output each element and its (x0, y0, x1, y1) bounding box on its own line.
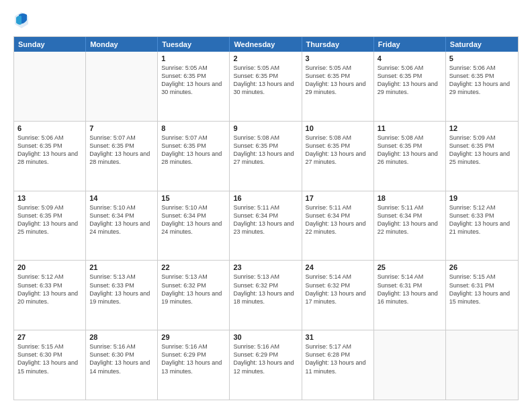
day-number: 11 (378, 124, 442, 132)
sunrise-text: Sunrise: 5:17 AM (306, 342, 370, 351)
logo (13, 11, 32, 30)
sunset-text: Sunset: 6:30 PM (89, 351, 154, 359)
day-number: 17 (306, 194, 370, 202)
day-number: 13 (17, 194, 82, 202)
calendar-cell: 28Sunrise: 5:16 AMSunset: 6:30 PMDayligh… (86, 330, 158, 400)
daylight-text: Daylight: 13 hours and 14 minutes. (89, 359, 154, 375)
sunset-text: Sunset: 6:35 PM (17, 212, 82, 220)
calendar-cell: 21Sunrise: 5:13 AMSunset: 6:33 PMDayligh… (86, 261, 158, 330)
day-number: 27 (17, 333, 82, 341)
sunset-text: Sunset: 6:28 PM (306, 351, 370, 359)
day-number: 9 (233, 124, 298, 132)
daylight-text: Daylight: 13 hours and 26 minutes. (378, 150, 442, 166)
daylight-text: Daylight: 13 hours and 29 minutes. (449, 80, 515, 96)
day-number: 23 (233, 263, 298, 271)
calendar-body: 1Sunrise: 5:05 AMSunset: 6:35 PMDaylight… (14, 52, 518, 400)
sunrise-text: Sunrise: 5:14 AM (378, 273, 442, 281)
day-number: 8 (161, 124, 226, 132)
calendar-cell: 27Sunrise: 5:15 AMSunset: 6:30 PMDayligh… (14, 330, 86, 400)
sunset-text: Sunset: 6:35 PM (233, 72, 298, 80)
calendar-cell: 26Sunrise: 5:15 AMSunset: 6:31 PMDayligh… (446, 261, 518, 330)
calendar-cell: 10Sunrise: 5:08 AMSunset: 6:35 PMDayligh… (302, 122, 374, 191)
sunrise-text: Sunrise: 5:07 AM (161, 134, 226, 142)
sunset-text: Sunset: 6:29 PM (233, 351, 298, 359)
day-number: 20 (17, 263, 82, 271)
day-number: 31 (306, 333, 370, 341)
daylight-text: Daylight: 13 hours and 29 minutes. (378, 80, 442, 96)
daylight-text: Daylight: 13 hours and 13 minutes. (161, 359, 226, 375)
sunset-text: Sunset: 6:34 PM (89, 212, 154, 220)
calendar-cell (446, 330, 518, 400)
day-number: 5 (449, 54, 515, 62)
daylight-text: Daylight: 13 hours and 15 minutes. (17, 359, 82, 375)
day-number: 7 (89, 124, 154, 132)
sunrise-text: Sunrise: 5:05 AM (233, 64, 298, 72)
daylight-text: Daylight: 13 hours and 24 minutes. (89, 220, 154, 236)
daylight-text: Daylight: 13 hours and 20 minutes. (17, 289, 82, 306)
daylight-text: Daylight: 13 hours and 24 minutes. (161, 220, 226, 236)
daylight-text: Daylight: 13 hours and 29 minutes. (306, 80, 370, 96)
sunrise-text: Sunrise: 5:16 AM (89, 342, 154, 351)
day-number: 28 (89, 333, 154, 341)
daylight-text: Daylight: 13 hours and 11 minutes. (306, 359, 370, 375)
logo-icon (13, 11, 30, 30)
sunset-text: Sunset: 6:32 PM (233, 281, 298, 289)
daylight-text: Daylight: 13 hours and 30 minutes. (161, 80, 226, 96)
calendar-cell: 7Sunrise: 5:07 AMSunset: 6:35 PMDaylight… (86, 122, 158, 191)
day-number: 21 (89, 263, 154, 271)
sunrise-text: Sunrise: 5:11 AM (378, 203, 442, 212)
day-number: 26 (449, 263, 515, 271)
daylight-text: Daylight: 13 hours and 17 minutes. (306, 289, 370, 306)
calendar-cell: 2Sunrise: 5:05 AMSunset: 6:35 PMDaylight… (230, 52, 302, 121)
calendar-row: 6Sunrise: 5:06 AMSunset: 6:35 PMDaylight… (14, 122, 518, 191)
sunset-text: Sunset: 6:32 PM (161, 281, 226, 289)
sunrise-text: Sunrise: 5:13 AM (233, 273, 298, 281)
calendar-header-cell: Tuesday (158, 37, 230, 52)
sunrise-text: Sunrise: 5:05 AM (161, 64, 226, 72)
calendar-cell: 24Sunrise: 5:14 AMSunset: 6:32 PMDayligh… (302, 261, 374, 330)
sunset-text: Sunset: 6:35 PM (233, 142, 298, 150)
day-number: 10 (306, 124, 370, 132)
calendar-cell: 20Sunrise: 5:12 AMSunset: 6:33 PMDayligh… (14, 261, 86, 330)
sunrise-text: Sunrise: 5:15 AM (17, 342, 82, 351)
daylight-text: Daylight: 13 hours and 30 minutes. (233, 80, 298, 96)
sunset-text: Sunset: 6:34 PM (378, 212, 442, 220)
calendar-header-cell: Saturday (446, 37, 518, 52)
daylight-text: Daylight: 13 hours and 23 minutes. (233, 220, 298, 236)
day-number: 14 (89, 194, 154, 202)
sunset-text: Sunset: 6:35 PM (89, 142, 154, 150)
calendar-cell: 18Sunrise: 5:11 AMSunset: 6:34 PMDayligh… (374, 191, 446, 261)
sunset-text: Sunset: 6:35 PM (161, 142, 226, 150)
daylight-text: Daylight: 13 hours and 28 minutes. (89, 150, 154, 166)
calendar-cell (86, 52, 158, 121)
sunset-text: Sunset: 6:33 PM (17, 281, 82, 289)
sunrise-text: Sunrise: 5:06 AM (449, 64, 515, 72)
calendar-cell: 30Sunrise: 5:16 AMSunset: 6:29 PMDayligh… (230, 330, 302, 400)
calendar-cell: 6Sunrise: 5:06 AMSunset: 6:35 PMDaylight… (14, 122, 86, 191)
calendar-cell (374, 330, 446, 400)
sunset-text: Sunset: 6:31 PM (449, 281, 515, 289)
sunrise-text: Sunrise: 5:15 AM (449, 273, 515, 281)
calendar-cell: 12Sunrise: 5:09 AMSunset: 6:35 PMDayligh… (446, 122, 518, 191)
daylight-text: Daylight: 13 hours and 22 minutes. (306, 220, 370, 236)
sunset-text: Sunset: 6:29 PM (161, 351, 226, 359)
sunset-text: Sunset: 6:34 PM (306, 212, 370, 220)
daylight-text: Daylight: 13 hours and 15 minutes. (449, 289, 515, 306)
sunrise-text: Sunrise: 5:05 AM (306, 64, 370, 72)
day-number: 22 (161, 263, 226, 271)
calendar-header-cell: Thursday (302, 37, 374, 52)
sunrise-text: Sunrise: 5:13 AM (161, 273, 226, 281)
calendar-cell: 13Sunrise: 5:09 AMSunset: 6:35 PMDayligh… (14, 191, 86, 261)
calendar-cell: 16Sunrise: 5:11 AMSunset: 6:34 PMDayligh… (230, 191, 302, 261)
calendar-row: 13Sunrise: 5:09 AMSunset: 6:35 PMDayligh… (14, 191, 518, 261)
daylight-text: Daylight: 13 hours and 22 minutes. (378, 220, 442, 236)
sunrise-text: Sunrise: 5:08 AM (378, 134, 442, 142)
sunset-text: Sunset: 6:35 PM (17, 142, 82, 150)
calendar-header-cell: Monday (86, 37, 158, 52)
sunrise-text: Sunrise: 5:10 AM (89, 203, 154, 212)
header (13, 11, 519, 30)
sunrise-text: Sunrise: 5:06 AM (378, 64, 442, 72)
calendar-header-cell: Sunday (14, 37, 86, 52)
day-number: 16 (233, 194, 298, 202)
calendar-cell: 14Sunrise: 5:10 AMSunset: 6:34 PMDayligh… (86, 191, 158, 261)
